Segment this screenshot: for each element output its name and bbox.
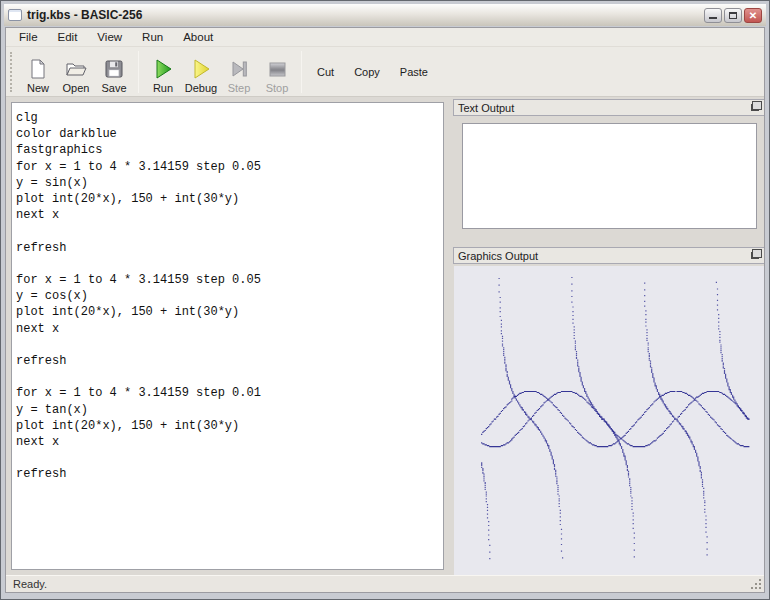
step-button[interactable]: Step	[221, 50, 257, 94]
trig-plot	[454, 266, 764, 575]
run-icon	[152, 58, 174, 80]
toolbar-separator	[301, 51, 302, 93]
open-button[interactable]: Open	[58, 50, 94, 94]
cut-button[interactable]: Cut	[308, 50, 343, 94]
save-button[interactable]: Save	[96, 50, 132, 94]
menu-run[interactable]: Run	[135, 29, 170, 45]
text-output-panel-header[interactable]: Text Output	[453, 99, 764, 116]
stop-button-label: Stop	[266, 82, 289, 94]
stop-icon	[266, 58, 288, 80]
status-bar: Ready.	[6, 575, 764, 592]
app-window: trig.kbs - BASIC-256 ✕ FileEditViewRunAb…	[0, 0, 770, 600]
graphics-output-panel-title: Graphics Output	[458, 250, 751, 262]
stop-button[interactable]: Stop	[259, 50, 295, 94]
window-title: trig.kbs - BASIC-256	[27, 8, 704, 22]
save-icon	[103, 58, 125, 80]
text-output-panel-title: Text Output	[458, 102, 751, 114]
client-area: FileEditViewRunAbout NewOpenSaveRunDebug…	[5, 27, 765, 593]
open-button-label: Open	[63, 82, 90, 94]
window-controls: ✕	[704, 8, 762, 23]
new-button-label: New	[27, 82, 49, 94]
new-button[interactable]: New	[20, 50, 56, 94]
copy-button-label: Copy	[354, 66, 380, 78]
maximize-button[interactable]	[724, 8, 742, 23]
minimize-button[interactable]	[704, 8, 722, 23]
close-button[interactable]: ✕	[744, 8, 762, 23]
step-icon	[228, 58, 250, 80]
debug-button[interactable]: Debug	[183, 50, 219, 94]
paste-button-label: Paste	[400, 66, 428, 78]
save-button-label: Save	[101, 82, 126, 94]
main-area: clg color darkblue fastgraphics for x = …	[6, 97, 764, 575]
new-icon	[27, 58, 49, 80]
menu-about[interactable]: About	[176, 29, 220, 45]
app-icon	[8, 9, 22, 21]
plot-series-cos	[481, 391, 749, 447]
plot-series-sin	[481, 391, 749, 447]
graphics-output-area	[454, 266, 764, 575]
code-editor[interactable]: clg color darkblue fastgraphics for x = …	[11, 102, 444, 570]
status-text: Ready.	[13, 578, 47, 590]
toolbar: NewOpenSaveRunDebugStepStopCutCopyPaste	[6, 47, 764, 97]
menu-bar: FileEditViewRunAbout	[6, 28, 764, 47]
run-button-label: Run	[153, 82, 173, 94]
graphics-output-panel-header[interactable]: Graphics Output	[453, 247, 764, 264]
debug-button-label: Debug	[185, 82, 217, 94]
title-bar[interactable]: trig.kbs - BASIC-256 ✕	[4, 4, 766, 26]
menu-edit[interactable]: Edit	[51, 29, 85, 45]
plot-series-tan	[481, 277, 749, 559]
copy-button[interactable]: Copy	[345, 50, 389, 94]
debug-icon	[190, 58, 212, 80]
float-panel-icon[interactable]	[751, 104, 759, 111]
resize-grip[interactable]	[750, 578, 763, 591]
toolbar-drag-handle[interactable]	[10, 52, 14, 92]
open-icon	[65, 58, 87, 80]
run-button[interactable]: Run	[145, 50, 181, 94]
paste-button[interactable]: Paste	[391, 50, 437, 94]
float-panel-icon[interactable]	[751, 252, 759, 259]
code-text: clg color darkblue fastgraphics for x = …	[16, 110, 439, 483]
step-button-label: Step	[228, 82, 251, 94]
toolbar-separator	[138, 51, 139, 93]
cut-button-label: Cut	[317, 66, 334, 78]
text-output-area[interactable]	[462, 123, 757, 229]
menu-file[interactable]: File	[12, 29, 45, 45]
menu-view[interactable]: View	[90, 29, 129, 45]
